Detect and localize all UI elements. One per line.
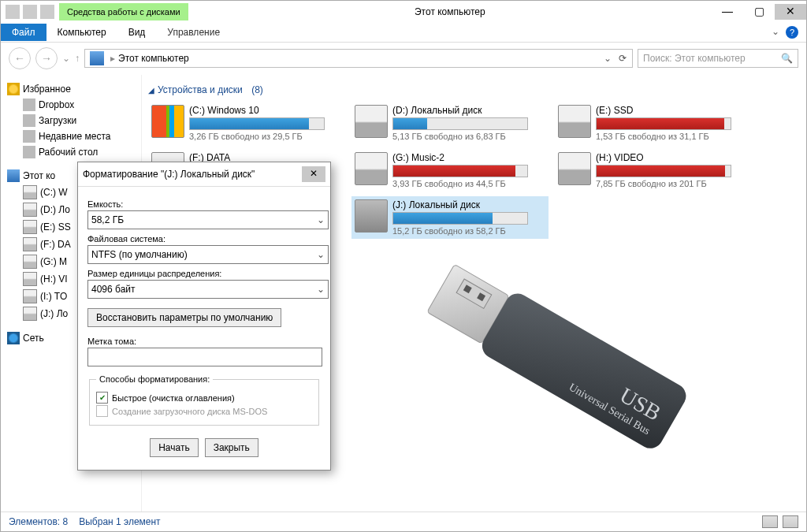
- search-placeholder: Поиск: Этот компьютер: [643, 53, 746, 64]
- maximize-button[interactable]: ▢: [743, 4, 775, 20]
- sidebar-item-downloads[interactable]: Загрузки: [4, 113, 138, 128]
- qat-btn-1[interactable]: [23, 5, 37, 19]
- address-dropdown-icon[interactable]: ⌄: [601, 53, 615, 64]
- format-dialog: Форматирование "(J:) Локальный диск" ✕ Е…: [77, 162, 331, 471]
- drive-free-text: 3,93 ГБ свободно из 44,5 ГБ: [392, 179, 545, 188]
- capacity-label: Емкость:: [87, 199, 321, 209]
- search-input[interactable]: Поиск: Этот компьютер 🔍: [638, 49, 798, 68]
- dropbox-icon: [23, 99, 35, 111]
- drive-free-text: 15,2 ГБ свободно из 58,2 ГБ: [392, 226, 545, 236]
- drive-icon: [23, 255, 37, 269]
- drive-card[interactable]: (E:) SSD1,53 ГБ свободно из 31,1 ГБ: [555, 102, 752, 144]
- dialog-close-button[interactable]: ✕: [302, 166, 325, 182]
- status-item-count: Элементов: 8: [9, 516, 68, 527]
- status-selected: Выбран 1 элемент: [79, 516, 160, 527]
- drive-usage-bar: [596, 117, 731, 130]
- drive-icon: [23, 185, 37, 199]
- drive-usage-bar: [596, 165, 731, 177]
- app-icon: [6, 5, 20, 19]
- ribbon-view[interactable]: Вид: [117, 24, 157, 41]
- window-title: Этот компьютер: [188, 6, 712, 17]
- sidebar-item-desktop[interactable]: Рабочий стол: [4, 144, 138, 160]
- drive-card[interactable]: (D:) Локальный диск5,13 ГБ свободно из 6…: [351, 102, 549, 144]
- start-button[interactable]: Начать: [150, 438, 199, 457]
- drive-card[interactable]: (C:) Windows 103,26 ГБ свободно из 29,5 …: [148, 102, 345, 144]
- close-button[interactable]: ✕: [775, 4, 806, 20]
- filesystem-select[interactable]: NTFS (по умолчанию)⌄: [87, 245, 329, 264]
- drive-usage-bar: [392, 212, 528, 225]
- recent-locations-icon[interactable]: ⌄: [62, 53, 70, 64]
- view-details-icon[interactable]: [762, 515, 778, 528]
- drive-card[interactable]: (J:) Локальный диск15,2 ГБ свободно из 5…: [351, 196, 549, 239]
- drive-free-text: 5,13 ГБ свободно из 6,83 ГБ: [392, 132, 545, 141]
- forward-button[interactable]: →: [35, 47, 58, 69]
- drive-icon: [355, 105, 388, 138]
- volume-label-input[interactable]: [87, 348, 322, 366]
- qat-btn-2[interactable]: [40, 5, 54, 19]
- checkbox-disabled-icon: [96, 405, 108, 417]
- status-bar: Элементов: 8 Выбран 1 элемент: [1, 512, 806, 531]
- ribbon: Файл Компьютер Вид Управление ⌄ ?: [1, 23, 806, 43]
- drive-name: (H:) VIDEO: [596, 152, 749, 163]
- drive-icon: [23, 237, 37, 251]
- drive-icon: [23, 307, 37, 321]
- ribbon-expand-icon[interactable]: ⌄: [772, 26, 779, 39]
- restore-defaults-button[interactable]: Восстановить параметры по умолчанию: [87, 308, 281, 327]
- back-button[interactable]: ←: [9, 47, 31, 69]
- drive-icon: [23, 220, 37, 234]
- format-options-group: Способы форматирования: ✔Быстрое (очистк…: [89, 374, 319, 426]
- drive-name: (J:) Локальный диск: [392, 199, 545, 210]
- volume-label-label: Метка тома:: [87, 337, 321, 346]
- section-devices-header[interactable]: ◢ Устройства и диски (8): [148, 81, 800, 99]
- ribbon-computer[interactable]: Компьютер: [46, 24, 117, 41]
- drive-card[interactable]: (H:) VIDEO7,85 ГБ свободно из 201 ГБ: [555, 149, 752, 192]
- drive-card[interactable]: (G:) Music-23,93 ГБ свободно из 44,5 ГБ: [351, 149, 549, 192]
- drive-icon: [355, 199, 388, 233]
- location-icon: [90, 51, 104, 65]
- msdos-boot-checkbox: Создание загрузочного диска MS-DOS: [96, 405, 312, 417]
- address-bar[interactable]: ▸ Этот компьютер ⌄ ⟳: [84, 49, 633, 68]
- chevron-down-icon: ⌄: [317, 249, 325, 260]
- dialog-titlebar[interactable]: Форматирование "(J:) Локальный диск" ✕: [78, 162, 330, 187]
- up-button[interactable]: ↑: [75, 53, 80, 64]
- title-bar: Средства работы с дисками Этот компьютер…: [1, 1, 806, 23]
- ribbon-manage[interactable]: Управление: [156, 24, 231, 41]
- drive-usage-bar: [392, 165, 528, 177]
- allocation-select[interactable]: 4096 байт⌄: [87, 280, 329, 299]
- drive-free-text: 1,53 ГБ свободно из 31,1 ГБ: [596, 132, 749, 141]
- allocation-label: Размер единицы распределения:: [87, 269, 321, 278]
- checkbox-checked-icon: ✔: [96, 392, 108, 404]
- breadcrumb-current[interactable]: Этот компьютер: [118, 53, 189, 64]
- search-icon: 🔍: [781, 53, 793, 64]
- collapse-icon: ◢: [148, 86, 154, 95]
- drive-usage-bar: [189, 117, 325, 130]
- contextual-ribbon-label: Средства работы с дисками: [59, 3, 188, 20]
- filesystem-label: Файловая система:: [87, 234, 321, 244]
- ribbon-file[interactable]: Файл: [1, 24, 46, 41]
- drive-free-text: 7,85 ГБ свободно из 201 ГБ: [596, 179, 749, 188]
- quick-format-checkbox[interactable]: ✔Быстрое (очистка оглавления): [96, 392, 312, 404]
- drive-icon: [23, 203, 37, 217]
- nav-bar: ← → ⌄ ↑ ▸ Этот компьютер ⌄ ⟳ Поиск: Этот…: [1, 43, 806, 75]
- view-large-icons-icon[interactable]: [783, 515, 798, 528]
- sidebar-item-dropbox[interactable]: Dropbox: [4, 97, 138, 113]
- drive-free-text: 3,26 ГБ свободно из 29,5 ГБ: [189, 132, 342, 141]
- breadcrumb-sep-icon: ▸: [110, 53, 115, 64]
- drive-name: (D:) Локальный диск: [392, 105, 545, 116]
- drive-name: (C:) Windows 10: [189, 105, 342, 116]
- chevron-down-icon: ⌄: [317, 214, 325, 225]
- drive-icon: [558, 152, 591, 185]
- drive-name: (E:) SSD: [596, 105, 749, 116]
- network-icon: [7, 332, 20, 344]
- minimize-button[interactable]: —: [712, 4, 743, 20]
- sidebar-item-recent[interactable]: Недавние места: [4, 128, 138, 144]
- refresh-icon[interactable]: ⟳: [615, 53, 630, 64]
- star-icon: [7, 83, 20, 95]
- computer-icon: [7, 169, 20, 182]
- help-icon[interactable]: ?: [786, 26, 798, 39]
- drive-icon: [558, 105, 591, 138]
- sidebar-favorites-header[interactable]: Избранное: [4, 81, 138, 97]
- close-button[interactable]: Закрыть: [205, 438, 258, 457]
- capacity-select[interactable]: 58,2 ГБ⌄: [87, 210, 329, 229]
- drive-icon: [23, 289, 37, 303]
